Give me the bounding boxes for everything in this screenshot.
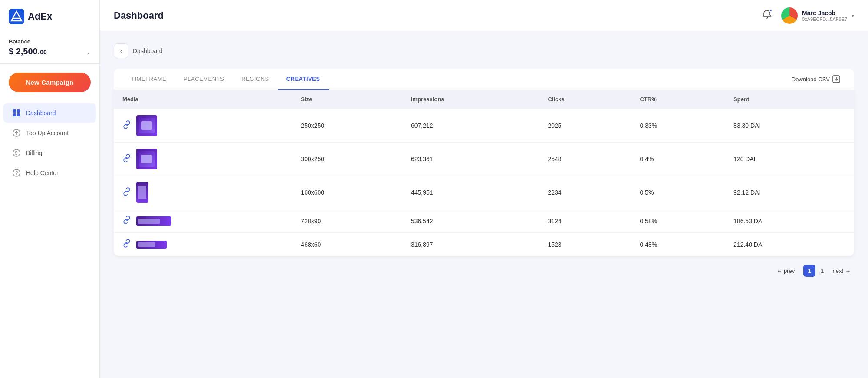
back-button[interactable]: ‹ <box>114 43 128 58</box>
logo: AdEx <box>0 9 99 35</box>
cell-ctr-1: 0.4% <box>631 143 725 176</box>
sidebar-item-billing[interactable]: $ Billing <box>3 143 96 162</box>
media-link-icon-3[interactable] <box>122 216 131 226</box>
cell-ctr-3: 0.58% <box>631 209 725 233</box>
balance-chevron-icon[interactable]: ⌄ <box>85 48 91 55</box>
avatar <box>781 7 798 24</box>
user-address: 0xA9ECFD...5AF8E7 <box>802 17 847 22</box>
download-icon <box>832 75 840 83</box>
cell-size-1: 300x250 <box>292 143 402 176</box>
media-link-icon-2[interactable] <box>122 187 131 198</box>
cell-size-2: 160x600 <box>292 176 402 209</box>
cell-media-3 <box>114 209 292 233</box>
cell-clicks-2: 2234 <box>539 176 631 209</box>
sidebar-item-dashboard[interactable]: Dashboard <box>3 103 96 123</box>
table-row: 160x600 445,951 2234 0.5% 92.12 DAI <box>114 176 854 209</box>
cell-impressions-4: 316,897 <box>402 233 539 256</box>
balance-section: Balance $ 2,500.00 ⌄ <box>0 35 99 64</box>
cell-impressions-0: 607,212 <box>402 109 539 143</box>
dashboard-label: Dashboard <box>26 109 56 116</box>
table-container: Media Size Impressions Clicks CTR% Spent <box>114 90 854 256</box>
billing-icon: $ <box>12 149 21 157</box>
cell-size-4: 468x60 <box>292 233 402 256</box>
user-name: Marc Jacob <box>802 10 847 17</box>
media-link-icon-1[interactable] <box>122 154 131 165</box>
download-csv-button[interactable]: Download CSV <box>786 72 845 86</box>
cell-spent-0: 83.30 DAI <box>725 109 854 143</box>
tab-regions[interactable]: REGIONS <box>233 69 277 90</box>
balance-amount: $ 2,500.00 <box>9 46 47 56</box>
prev-arrow-icon: ← <box>776 268 782 274</box>
cell-impressions-3: 536,542 <box>402 209 539 233</box>
svg-rect-3 <box>13 109 16 113</box>
col-clicks: Clicks <box>539 90 631 109</box>
prev-label: prev <box>784 268 795 274</box>
logo-text: AdEx <box>28 11 52 22</box>
balance-label: Balance <box>9 38 91 45</box>
svg-rect-4 <box>17 109 20 113</box>
sidebar: AdEx Balance $ 2,500.00 ⌄ New Campaign D… <box>0 0 100 378</box>
cell-clicks-3: 3124 <box>539 209 631 233</box>
media-link-icon-0[interactable] <box>122 120 131 131</box>
svg-rect-6 <box>17 113 20 116</box>
next-arrow-icon: → <box>845 268 851 274</box>
table-row: 468x60 316,897 1523 0.48% 212.40 DAI <box>114 233 854 256</box>
main-content: Dashboard Marc Jacob 0xA9ECFD...5AF8E7 ▾ <box>100 0 868 378</box>
pagination: ← prev 1 1 next → <box>114 256 854 279</box>
table-body: 250x250 607,212 2025 0.33% 83.30 DAI 300… <box>114 109 854 256</box>
cell-ctr-4: 0.48% <box>631 233 725 256</box>
cell-clicks-4: 1523 <box>539 233 631 256</box>
tab-placements[interactable]: PLACEMENTS <box>175 69 233 90</box>
billing-label: Billing <box>26 149 42 156</box>
topup-icon <box>12 129 21 137</box>
next-label: next <box>832 268 843 274</box>
notification-dot <box>769 9 773 12</box>
cell-spent-4: 212.40 DAI <box>725 233 854 256</box>
svg-text:$: $ <box>15 151 18 156</box>
cell-media-0 <box>114 109 292 143</box>
sidebar-item-topup[interactable]: Top Up Account <box>3 123 96 143</box>
data-card: TIMEFRAME PLACEMENTS REGIONS CREATIVES D… <box>114 69 854 256</box>
cell-media-1 <box>114 143 292 176</box>
topbar-right: Marc Jacob 0xA9ECFD...5AF8E7 ▾ <box>760 7 854 24</box>
topup-label: Top Up Account <box>26 129 69 136</box>
cell-media-4 <box>114 233 292 256</box>
table-row: 728x90 536,542 3124 0.58% 186.53 DAI <box>114 209 854 233</box>
dashboard-icon <box>12 109 21 117</box>
table-header-row: Media Size Impressions Clicks CTR% Spent <box>114 90 854 109</box>
creatives-table: Media Size Impressions Clicks CTR% Spent <box>114 90 854 256</box>
col-ctr: CTR% <box>631 90 725 109</box>
user-menu[interactable]: Marc Jacob 0xA9ECFD...5AF8E7 ▾ <box>781 7 854 24</box>
next-button[interactable]: next → <box>829 265 854 277</box>
table-row: 250x250 607,212 2025 0.33% 83.30 DAI <box>114 109 854 143</box>
col-spent: Spent <box>725 90 854 109</box>
help-icon: ? <box>12 169 21 177</box>
page-1-button[interactable]: 1 <box>803 265 815 277</box>
tab-creatives[interactable]: CREATIVES <box>278 69 329 90</box>
media-link-icon-4[interactable] <box>122 239 131 250</box>
content-area: ‹ Dashboard TIMEFRAME PLACEMENTS REGIONS… <box>100 31 868 378</box>
cell-clicks-1: 2548 <box>539 143 631 176</box>
new-campaign-button[interactable]: New Campaign <box>9 73 91 92</box>
col-media: Media <box>114 90 292 109</box>
total-pages: 1 <box>821 268 824 274</box>
col-size: Size <box>292 90 402 109</box>
cell-spent-3: 186.53 DAI <box>725 209 854 233</box>
cell-size-3: 728x90 <box>292 209 402 233</box>
tabs-row: TIMEFRAME PLACEMENTS REGIONS CREATIVES D… <box>114 69 854 90</box>
prev-button[interactable]: ← prev <box>773 265 798 277</box>
cell-ctr-0: 0.33% <box>631 109 725 143</box>
notification-button[interactable] <box>760 7 774 24</box>
tab-timeframe[interactable]: TIMEFRAME <box>122 69 175 90</box>
sidebar-item-help[interactable]: ? Help Center <box>3 163 96 182</box>
user-chevron-icon: ▾ <box>852 13 854 19</box>
breadcrumb-row: ‹ Dashboard <box>114 43 854 58</box>
breadcrumb: Dashboard <box>133 47 163 54</box>
cell-spent-1: 120 DAI <box>725 143 854 176</box>
adex-logo-icon <box>9 9 24 24</box>
cell-ctr-2: 0.5% <box>631 176 725 209</box>
sidebar-nav: Dashboard Top Up Account $ Billing ? Hel… <box>0 99 99 369</box>
cell-size-0: 250x250 <box>292 109 402 143</box>
svg-text:?: ? <box>16 170 18 176</box>
topbar: Dashboard Marc Jacob 0xA9ECFD...5AF8E7 ▾ <box>100 0 868 31</box>
